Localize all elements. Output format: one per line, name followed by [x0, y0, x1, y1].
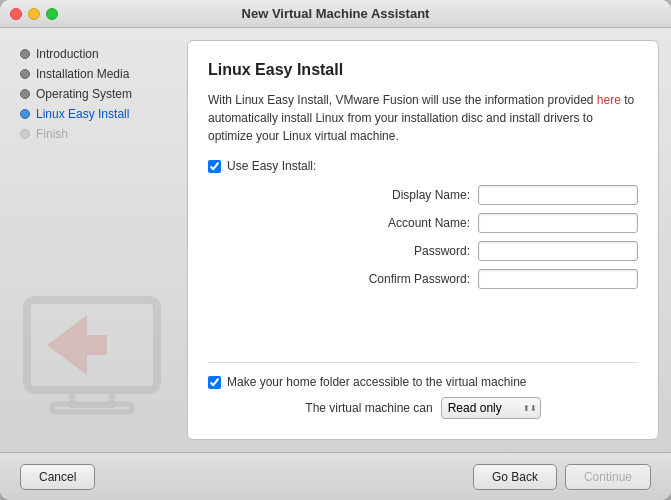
vm-access-select[interactable]: Read only Read/Write None — [441, 397, 541, 419]
panel-title: Linux Easy Install — [208, 61, 638, 79]
display-name-input[interactable] — [478, 185, 638, 205]
step-dot-operating-system — [20, 89, 30, 99]
account-name-input[interactable] — [478, 213, 638, 233]
home-folder-checkbox[interactable] — [208, 376, 221, 389]
sidebar-label-linux-easy-install: Linux Easy Install — [36, 107, 129, 121]
window: New Virtual Machine Assistant Introducti… — [0, 0, 671, 500]
content-area: Introduction Installation Media Operatin… — [0, 28, 671, 452]
description-text-1: With Linux Easy Install, VMware Fusion w… — [208, 93, 597, 107]
footer: Cancel Go Back Continue — [0, 452, 671, 500]
bottom-section: Make your home folder accessible to the … — [208, 362, 638, 419]
vm-can-label: The virtual machine can — [305, 401, 432, 415]
sidebar-item-operating-system[interactable]: Operating System — [12, 84, 187, 104]
display-name-label: Display Name: — [228, 188, 470, 202]
account-name-label: Account Name: — [228, 216, 470, 230]
password-input[interactable] — [478, 241, 638, 261]
sidebar-item-linux-easy-install[interactable]: Linux Easy Install — [12, 104, 187, 124]
use-easy-install-row: Use Easy Install: — [208, 159, 638, 173]
use-easy-install-checkbox[interactable] — [208, 160, 221, 173]
home-folder-label[interactable]: Make your home folder accessible to the … — [227, 375, 526, 389]
confirm-password-label: Confirm Password: — [228, 272, 470, 286]
titlebar: New Virtual Machine Assistant — [0, 0, 671, 28]
sidebar-label-introduction: Introduction — [36, 47, 99, 61]
close-button[interactable] — [10, 8, 22, 20]
footer-left: Cancel — [20, 464, 95, 490]
password-label: Password: — [228, 244, 470, 258]
description: With Linux Easy Install, VMware Fusion w… — [208, 91, 638, 145]
use-easy-install-label[interactable]: Use Easy Install: — [227, 159, 316, 173]
window-title: New Virtual Machine Assistant — [242, 6, 430, 21]
footer-right: Go Back Continue — [473, 464, 651, 490]
maximize-button[interactable] — [46, 8, 58, 20]
minimize-button[interactable] — [28, 8, 40, 20]
main-panel: Linux Easy Install With Linux Easy Insta… — [187, 40, 659, 440]
sidebar: Introduction Installation Media Operatin… — [12, 40, 187, 440]
step-dot-finish — [20, 129, 30, 139]
sidebar-steps: Introduction Installation Media Operatin… — [12, 40, 187, 148]
step-dot-linux-easy-install — [20, 109, 30, 119]
sidebar-label-operating-system: Operating System — [36, 87, 132, 101]
step-dot-introduction — [20, 49, 30, 59]
home-folder-row: Make your home folder accessible to the … — [208, 375, 638, 389]
virtual-machine-row: The virtual machine can Read only Read/W… — [208, 397, 638, 419]
step-dot-installation-media — [20, 69, 30, 79]
continue-button[interactable]: Continue — [565, 464, 651, 490]
vm-access-select-wrapper: Read only Read/Write None — [441, 397, 541, 419]
go-back-button[interactable]: Go Back — [473, 464, 557, 490]
sidebar-item-introduction[interactable]: Introduction — [12, 44, 187, 64]
sidebar-label-installation-media: Installation Media — [36, 67, 129, 81]
cancel-button[interactable]: Cancel — [20, 464, 95, 490]
sidebar-item-finish: Finish — [12, 124, 187, 144]
vmware-logo — [17, 280, 167, 430]
confirm-password-input[interactable] — [478, 269, 638, 289]
traffic-lights — [10, 8, 58, 20]
description-link[interactable]: here — [597, 93, 621, 107]
sidebar-label-finish: Finish — [36, 127, 68, 141]
form-fields: Display Name: Account Name: Password: Co… — [228, 185, 638, 289]
sidebar-item-installation-media[interactable]: Installation Media — [12, 64, 187, 84]
